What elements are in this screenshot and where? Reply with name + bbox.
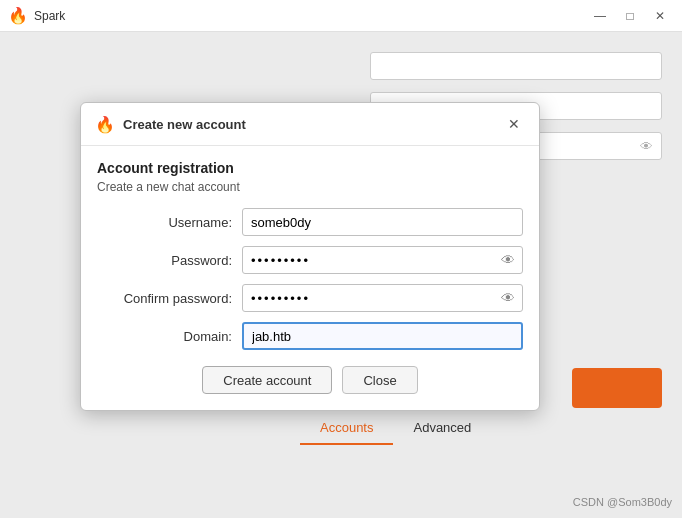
dialog-flame-icon: 🔥 — [95, 115, 115, 134]
domain-row: Domain: — [97, 322, 523, 350]
spark-logo-icon: 🔥 — [8, 6, 28, 25]
dialog-title: Create new account — [123, 117, 246, 132]
bg-orange-button — [572, 368, 662, 408]
app-close-button[interactable]: ✕ — [646, 2, 674, 30]
window-controls: — □ ✕ — [586, 2, 674, 30]
title-bar-left: 🔥 Spark — [8, 6, 65, 25]
username-label: Username: — [97, 215, 242, 230]
dialog-title-left: 🔥 Create new account — [95, 115, 246, 134]
dialog-close-x-button[interactable]: ✕ — [503, 113, 525, 135]
domain-input-wrap — [242, 322, 523, 350]
bg-eye-icon: 👁 — [640, 139, 653, 154]
dialog-subheading: Create a new chat account — [97, 180, 523, 194]
confirm-password-row: Confirm password: 👁 — [97, 284, 523, 312]
bg-tabs: Accounts Advanced — [300, 408, 682, 448]
username-row: Username: — [97, 208, 523, 236]
create-account-button[interactable]: Create account — [202, 366, 332, 394]
dialog-body: Account registration Create a new chat a… — [81, 146, 539, 410]
main-content: 👁 Accounts Advanced CSDN @Som3B0dy 🔥 Cre… — [0, 32, 682, 518]
app-title: Spark — [34, 9, 65, 23]
domain-label: Domain: — [97, 329, 242, 344]
password-label: Password: — [97, 253, 242, 268]
dialog-titlebar: 🔥 Create new account ✕ — [81, 103, 539, 146]
dialog-buttons: Create account Close — [97, 366, 523, 394]
maximize-button[interactable]: □ — [616, 2, 644, 30]
watermark: CSDN @Som3B0dy — [573, 496, 672, 508]
title-bar: 🔥 Spark — □ ✕ — [0, 0, 682, 32]
confirm-password-label: Confirm password: — [97, 291, 242, 306]
domain-input[interactable] — [242, 322, 523, 350]
password-eye-icon[interactable]: 👁 — [501, 252, 515, 268]
confirm-password-input-wrap: 👁 — [242, 284, 523, 312]
create-account-dialog: 🔥 Create new account ✕ Account registrat… — [80, 102, 540, 411]
accounts-tab[interactable]: Accounts — [300, 412, 393, 445]
username-input[interactable] — [242, 208, 523, 236]
bg-input-1 — [370, 52, 662, 80]
password-input[interactable] — [242, 246, 523, 274]
confirm-password-input[interactable] — [242, 284, 523, 312]
dialog-heading: Account registration — [97, 160, 523, 176]
password-row: Password: 👁 — [97, 246, 523, 274]
confirm-eye-icon[interactable]: 👁 — [501, 290, 515, 306]
username-input-wrap — [242, 208, 523, 236]
close-button[interactable]: Close — [342, 366, 417, 394]
advanced-tab[interactable]: Advanced — [393, 412, 491, 445]
minimize-button[interactable]: — — [586, 2, 614, 30]
password-input-wrap: 👁 — [242, 246, 523, 274]
